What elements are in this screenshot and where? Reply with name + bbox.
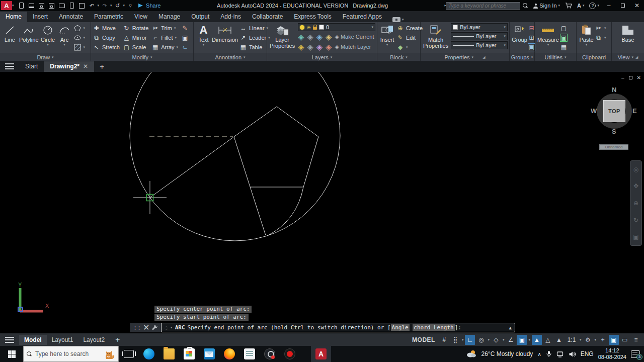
viewport-minimize-icon[interactable]: – xyxy=(621,75,624,80)
zoom-icon[interactable]: ⊕ xyxy=(633,200,638,207)
plot-icon[interactable] xyxy=(57,2,66,10)
panel-label-utilities[interactable]: Utilities▾ xyxy=(535,53,576,61)
panel-label-draw[interactable]: Draw▾ xyxy=(0,53,91,61)
layer-freeze-icon[interactable]: ◈ xyxy=(316,32,323,42)
save-as-icon[interactable] xyxy=(47,2,56,10)
paste-button[interactable]: Paste ▾ xyxy=(578,23,595,47)
ribbon-tab-collaborate[interactable]: Collaborate xyxy=(247,12,288,22)
join-button[interactable]: ⊂ xyxy=(181,42,189,52)
cut-button[interactable]: ✂▾ xyxy=(595,23,606,33)
help-button[interactable]: ? ▾ xyxy=(589,3,599,9)
obs-button[interactable] xyxy=(260,346,280,362)
layer-on-all-icon[interactable]: ◈ xyxy=(307,42,313,52)
text-button[interactable]: A Text ▾ xyxy=(195,23,212,47)
keyword-search-input[interactable] xyxy=(446,2,520,10)
network-icon[interactable] xyxy=(556,351,564,357)
redo-caret-icon[interactable]: ▾ xyxy=(110,4,112,8)
block-edit-button[interactable]: ✎Edit xyxy=(396,33,423,42)
command-line-bar[interactable]: ⋮⋮ ✕ ◌ ▾ ARC Specify end point of arc (h… xyxy=(130,323,515,332)
ribbon-tab-insert[interactable]: Insert xyxy=(27,12,53,22)
line-entity[interactable] xyxy=(150,137,234,198)
line-button[interactable]: Line xyxy=(2,23,18,43)
file-tab-menu-icon[interactable] xyxy=(5,63,14,69)
view-cube-north[interactable]: N xyxy=(612,86,616,94)
linetype-dropdown[interactable]: ByLayer ▾ xyxy=(451,41,508,49)
circle-entity[interactable] xyxy=(130,72,340,241)
ellipse-button[interactable]: ▾ xyxy=(74,33,86,42)
block-create-button[interactable]: ⊕Create xyxy=(396,23,423,33)
new-file-icon[interactable] xyxy=(17,2,26,10)
ortho-toggle[interactable]: ∟ xyxy=(465,335,475,345)
qat-customize-icon[interactable]: ▿ xyxy=(126,2,135,10)
id-point-button[interactable]: ▣ xyxy=(560,33,568,42)
layer-thaw-icon[interactable]: ◈ xyxy=(316,42,323,52)
layer-unlock-icon[interactable]: ◈ xyxy=(326,42,332,52)
block-attributes-button[interactable]: ◆▾ xyxy=(396,42,423,52)
redo-icon[interactable]: ↷ xyxy=(100,2,109,10)
sign-in-button[interactable]: Sign In ▾ xyxy=(533,3,560,9)
object-snap-tracking-toggle[interactable]: ∠ xyxy=(506,335,516,345)
rotate-button[interactable]: ↻Rotate xyxy=(123,23,148,33)
command-grip-icon[interactable]: ⋮⋮ xyxy=(133,325,141,330)
logo-caret-icon[interactable]: ▾ xyxy=(12,4,14,8)
print-icon[interactable] xyxy=(77,2,87,10)
recorder-button[interactable] xyxy=(280,346,300,362)
viewport-close-icon[interactable]: ✕ xyxy=(637,75,641,80)
autocad-app-logo[interactable]: A xyxy=(1,1,12,10)
panel-label-layers[interactable]: Layers▾ xyxy=(267,53,377,61)
hatch-button[interactable]: ▾ xyxy=(74,42,86,52)
layer-dropdown[interactable]: ☀ 0 ▾ xyxy=(298,23,375,31)
copy-clip-button[interactable]: ⧉▾ xyxy=(595,33,606,42)
file-explorer-button[interactable] xyxy=(159,346,179,362)
tray-chevron-icon[interactable]: ∧ xyxy=(537,351,541,357)
viewport-restore-icon[interactable] xyxy=(629,76,632,79)
ribbon-tab-annotate[interactable]: Annotate xyxy=(53,12,89,22)
workspace-caret-icon[interactable]: ▾ xyxy=(594,338,596,342)
minimize-button[interactable]: – xyxy=(602,0,616,11)
ribbon-tab-manage[interactable]: Manage xyxy=(153,12,186,22)
array-button[interactable]: ▦Array▾ xyxy=(151,42,178,52)
arc-button[interactable]: Arc ▾ xyxy=(56,23,73,47)
pan-icon[interactable]: ✥ xyxy=(633,183,638,190)
microsoft-store-button[interactable] xyxy=(179,346,199,362)
panel-label-modify[interactable]: Modify▾ xyxy=(91,53,193,61)
panel-label-properties[interactable]: Properties▾◢ xyxy=(421,53,509,61)
annotation-scale-icon[interactable]: ▲ xyxy=(554,335,564,345)
ribbon-tab-parametric[interactable]: Parametric xyxy=(89,12,129,22)
command-option-angle[interactable]: Angle xyxy=(391,324,410,331)
autocad-taskbar-button[interactable]: A xyxy=(311,346,331,362)
polygon-button[interactable]: ▾ xyxy=(74,23,86,33)
match-layer-button[interactable]: ◈ Match Layer xyxy=(335,44,371,50)
microphone-icon[interactable] xyxy=(546,350,552,357)
layer-off-icon[interactable]: ◈ xyxy=(298,42,304,52)
copy-button[interactable]: ⧉Copy xyxy=(93,33,120,42)
model-space-badge[interactable]: MODEL xyxy=(412,336,435,343)
layout2-tab[interactable]: Layout2 xyxy=(78,335,110,345)
layer-isolate-icon[interactable]: ◈ xyxy=(298,32,304,42)
measure-button[interactable]: Measure ▾ xyxy=(536,23,560,47)
share-icon[interactable] xyxy=(136,2,145,10)
snap-caret-icon[interactable]: ▾ xyxy=(462,338,464,342)
layer-lock-tool-icon[interactable]: ◈ xyxy=(326,32,332,42)
polyline-button[interactable]: Polyline xyxy=(18,23,40,43)
base-button[interactable]: Base xyxy=(620,23,636,43)
erase-button[interactable]: ✎ xyxy=(181,23,189,33)
scale-button[interactable]: ▢Scale xyxy=(123,42,148,52)
move-button[interactable]: ✚Move xyxy=(93,23,120,33)
command-expand-icon[interactable]: ▲ xyxy=(509,325,512,330)
polar-caret-icon[interactable]: ▾ xyxy=(488,338,490,342)
command-input-field[interactable]: ◌ ▾ ARC Specify end point of arc (hold C… xyxy=(161,323,515,332)
stretch-button[interactable]: ↖Stretch xyxy=(93,42,120,52)
object-snap-caret-icon[interactable]: ▾ xyxy=(528,338,530,342)
orbit-icon[interactable]: ↻ xyxy=(633,217,638,224)
pentagon-top-edges[interactable] xyxy=(234,107,318,137)
clean-screen-toggle[interactable]: ▭ xyxy=(620,335,630,345)
snap-toggle[interactable]: ⣿ xyxy=(450,335,460,345)
command-option-chord-length[interactable]: chord Length xyxy=(413,324,454,331)
annotation-scale-value[interactable]: 1:1 xyxy=(565,335,578,345)
file-tab-close-icon[interactable]: ✕ xyxy=(83,63,88,70)
ribbon-tab-addins[interactable]: Add-ins xyxy=(215,12,247,22)
ribbon-tab-express-tools[interactable]: Express Tools xyxy=(288,12,337,22)
explode-button[interactable]: ▣ xyxy=(181,33,189,42)
arc-preview-entity[interactable] xyxy=(267,137,318,236)
